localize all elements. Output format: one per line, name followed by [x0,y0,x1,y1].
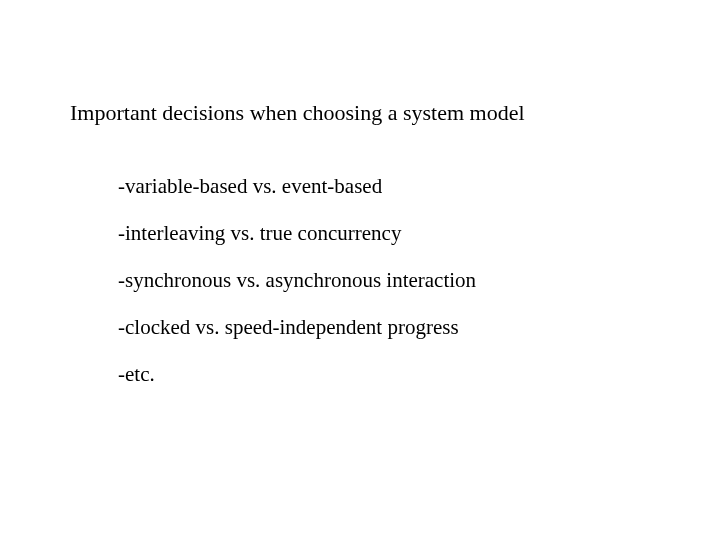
bullet-item: -etc. [118,362,650,387]
bullet-list: -variable-based vs. event-based -interle… [70,174,650,387]
bullet-item: -synchronous vs. asynchronous interactio… [118,268,650,293]
bullet-item: -variable-based vs. event-based [118,174,650,199]
slide-content: Important decisions when choosing a syst… [0,0,720,387]
bullet-item: -clocked vs. speed-independent progress [118,315,650,340]
slide-heading: Important decisions when choosing a syst… [70,100,650,126]
bullet-item: -interleaving vs. true concurrency [118,221,650,246]
